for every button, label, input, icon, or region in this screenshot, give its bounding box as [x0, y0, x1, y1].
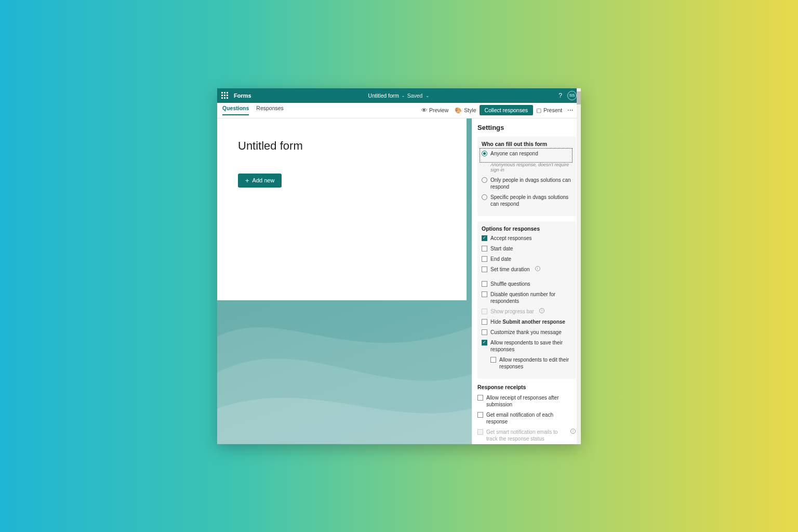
avatar[interactable]: SS: [567, 91, 577, 100]
check-receipt-email[interactable]: Get email notification of each response: [477, 411, 576, 425]
tab-responses[interactable]: Responses: [256, 105, 284, 115]
checkbox-icon: [477, 395, 483, 401]
check-duration[interactable]: Set time duration i: [482, 266, 571, 273]
check-receipt-smart: Get smart notification emails to track t…: [477, 429, 576, 442]
save-status: Saved: [407, 92, 423, 99]
radio-icon: [482, 151, 487, 156]
check-start-date[interactable]: Start date: [482, 245, 571, 252]
check-thankyou[interactable]: Customize thank you message: [482, 329, 571, 336]
checkbox-icon: [482, 329, 487, 335]
collect-responses-button[interactable]: Collect responses: [480, 105, 533, 115]
checkbox-icon: [490, 357, 496, 363]
checkbox-icon: [482, 267, 487, 272]
checkbox-icon: [482, 281, 487, 287]
checkbox-icon: [477, 412, 483, 418]
check-receipt-allow[interactable]: Allow receipt of responses after submiss…: [477, 394, 576, 408]
app-window: Forms Untitled form - Saved ⌄ ? SS Quest…: [217, 88, 581, 444]
radio-anyone[interactable]: Anyone can respond: [482, 150, 570, 157]
tab-questions[interactable]: Questions: [222, 105, 249, 115]
present-button[interactable]: ▢ Present: [533, 105, 565, 115]
preview-button[interactable]: 👁 Preview: [418, 105, 451, 115]
checkbox-icon: [482, 235, 487, 241]
checkbox-icon: [482, 256, 487, 262]
style-button[interactable]: 🎨 Style: [451, 105, 479, 115]
check-allow-edit[interactable]: Allow respondents to edit their response…: [490, 356, 571, 370]
app-launcher-icon[interactable]: [221, 92, 229, 99]
tab-group: Questions Responses: [222, 105, 284, 115]
form-canvas: Untitled form + Add new: [217, 118, 472, 444]
chevron-down-icon: ⌄: [425, 93, 430, 98]
check-progress-bar[interactable]: Show progress bar i: [482, 308, 571, 315]
options-panel: Options for responses Accept responses S…: [477, 221, 576, 379]
check-disable-number[interactable]: Disable question number for respondents: [482, 291, 571, 304]
check-shuffle[interactable]: Shuffle questions: [482, 281, 571, 287]
checkbox-icon: [482, 340, 487, 345]
more-button[interactable]: ···: [565, 107, 576, 113]
help-icon[interactable]: ?: [558, 92, 562, 99]
app-name[interactable]: Forms: [234, 92, 251, 99]
anyone-note: Anonymous response, doesn't require sign…: [490, 162, 571, 172]
form-card: Untitled form + Add new: [217, 118, 467, 300]
form-title[interactable]: Untitled form: [238, 139, 451, 153]
radio-anyone-wrap: Anyone can respond: [481, 149, 571, 162]
options-title: Options for responses: [482, 225, 571, 232]
receipts-title: Response receipts: [477, 384, 576, 390]
who-title: Who can fill out this form: [482, 141, 571, 147]
settings-panel: Settings Who can fill out this form Anyo…: [472, 118, 581, 444]
scrollbar-track[interactable]: [577, 88, 581, 444]
eye-icon: 👁: [421, 107, 427, 113]
check-accept[interactable]: Accept responses: [482, 235, 571, 242]
info-icon[interactable]: i: [539, 308, 544, 313]
add-new-button[interactable]: + Add new: [238, 174, 282, 188]
scrollbar-thumb[interactable]: [577, 91, 581, 104]
info-icon[interactable]: i: [535, 266, 540, 271]
doc-title-group[interactable]: Untitled form - Saved ⌄: [368, 92, 430, 99]
check-allow-save[interactable]: Allow respondents to save their response…: [482, 339, 571, 353]
present-icon: ▢: [536, 107, 541, 114]
main-content: Untitled form + Add new Settings Who can…: [217, 118, 581, 444]
radio-icon: [482, 177, 487, 183]
settings-title: Settings: [477, 124, 576, 131]
checkbox-icon: [482, 291, 487, 297]
checkbox-icon: [482, 309, 487, 314]
radio-org-only[interactable]: Only people in dvags solutions can respo…: [482, 177, 571, 190]
who-panel: Who can fill out this form Anyone can re…: [477, 137, 576, 216]
plus-icon: +: [245, 177, 249, 184]
radio-icon: [482, 194, 487, 200]
doc-name: Untitled form: [368, 92, 400, 99]
info-icon[interactable]: i: [570, 429, 576, 434]
titlebar: Forms Untitled form - Saved ⌄ ? SS: [217, 88, 581, 103]
check-hide-submit[interactable]: Hide Submit another response: [482, 318, 571, 325]
check-end-date[interactable]: End date: [482, 256, 571, 262]
checkbox-icon: [477, 429, 483, 435]
toolbar: Questions Responses 👁 Preview 🎨 Style Co…: [217, 103, 581, 118]
palette-icon: 🎨: [455, 107, 462, 114]
radio-specific[interactable]: Specific people in dvags solutions can r…: [482, 194, 571, 207]
checkbox-icon: [482, 319, 487, 325]
checkbox-icon: [482, 246, 487, 251]
